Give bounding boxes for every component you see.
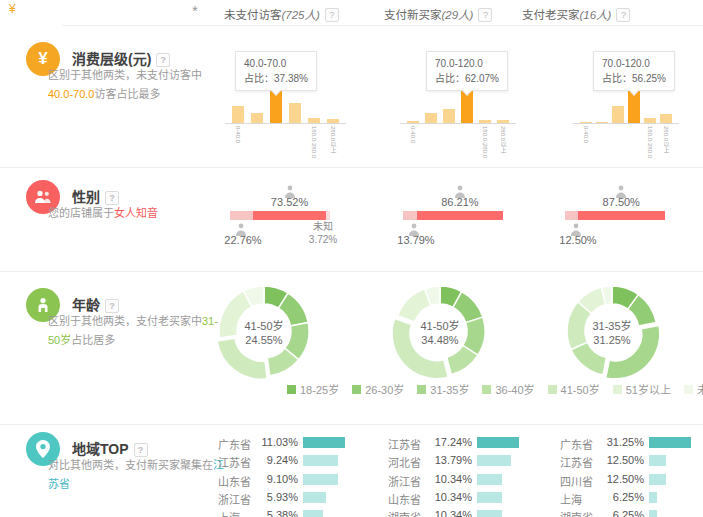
region-pct: 10.34% <box>420 491 472 503</box>
gender-bar-female[interactable] <box>253 211 327 220</box>
axis-tick-label: 180.0-280.0 <box>647 126 653 158</box>
donut-center-age-range: 41-50岁 <box>244 317 283 333</box>
axis-tick-label: 280.0以上 <box>330 126 336 153</box>
region-pct: 31.25% <box>592 436 644 448</box>
legend-label: 36-40岁 <box>495 381 534 397</box>
tooltip-share: 占比：37.38% <box>244 71 308 86</box>
legend-label: 31-35岁 <box>430 381 469 397</box>
help-icon[interactable]: ? <box>478 8 492 22</box>
legend-item[interactable]: 36-40岁 <box>482 381 534 397</box>
region-name: 上海 <box>560 491 582 507</box>
gender-bar-unknown[interactable] <box>326 211 330 220</box>
legend-item[interactable]: 31-35岁 <box>417 381 469 397</box>
bar-segment[interactable] <box>407 121 419 123</box>
legend-item[interactable]: 未获取 <box>684 381 703 397</box>
section-title-gender: 性别? <box>72 186 119 206</box>
gender-male-pct: 13.79% <box>397 234 434 246</box>
region-pct: 11.03% <box>246 436 298 448</box>
tab-new-paying-buyers[interactable]: 支付新买家(29人)? <box>384 6 492 22</box>
desc-text: 占比居多 <box>71 334 115 346</box>
bar-segment[interactable] <box>660 114 672 123</box>
legend-label: 18-25岁 <box>300 381 339 397</box>
legend-item[interactable]: 41-50岁 <box>548 381 600 397</box>
tab-unpaid-visitors[interactable]: 未支付访客(725人)? <box>224 6 339 22</box>
help-icon[interactable]: ? <box>134 443 148 457</box>
chart-tooltip: 70.0-120.0占比：62.07% <box>426 51 508 91</box>
gender-bar-male[interactable] <box>230 211 253 220</box>
header-divider <box>62 25 703 26</box>
gender-unknown-label: 未知3.72% <box>309 220 337 246</box>
region-pct: 6.25% <box>592 509 644 517</box>
section-title-region: 地域TOP? <box>72 438 148 458</box>
region-pct: 5.93% <box>246 491 298 503</box>
region-bar <box>649 510 657 517</box>
legend-swatch <box>482 385 491 394</box>
axis-tick-label: 280.0以上 <box>500 126 506 153</box>
bar-segment[interactable] <box>308 118 320 123</box>
tab-count: (16人) <box>580 9 612 21</box>
region-bar <box>649 455 666 466</box>
gender-bar-female[interactable] <box>417 211 503 220</box>
region-bar <box>303 455 338 466</box>
help-icon[interactable]: ? <box>616 8 630 22</box>
gender-bar-male[interactable] <box>565 211 578 220</box>
region-name: 河北省 <box>388 454 421 470</box>
gender-male-pct: 12.50% <box>559 234 596 246</box>
bar-segment[interactable] <box>497 120 509 123</box>
bar-segment[interactable] <box>580 122 592 123</box>
desc-text: 您的店铺属于 <box>48 207 114 219</box>
gender-bar-female[interactable] <box>578 211 666 220</box>
region-pct: 13.79% <box>420 454 472 466</box>
gender-male-pct: 22.76% <box>224 234 261 246</box>
region-name: 江苏省 <box>560 454 593 470</box>
help-icon[interactable]: ? <box>105 191 119 205</box>
region-name: 江苏省 <box>388 436 421 452</box>
legend-item[interactable]: 18-25岁 <box>287 381 339 397</box>
legend-swatch <box>287 385 296 394</box>
section-title-age: 年龄? <box>72 294 119 314</box>
bar-chart-axis <box>573 123 679 124</box>
legend-swatch <box>417 385 426 394</box>
bar-segment[interactable] <box>232 106 244 123</box>
section-title-text: 地域TOP <box>72 441 129 457</box>
region-pct: 9.24% <box>246 454 298 466</box>
region-bar <box>649 474 666 485</box>
bar-chart-axis <box>400 123 516 124</box>
legend-label: 41-50岁 <box>561 381 600 397</box>
section-divider <box>0 424 703 425</box>
tab-returning-paying-buyers[interactable]: 支付老买家(16人)? <box>522 6 630 22</box>
bar-segment[interactable] <box>644 118 656 123</box>
legend-item[interactable]: 51岁以上 <box>613 381 671 397</box>
region-pct: 12.50% <box>592 473 644 485</box>
legend-item[interactable]: 26-30岁 <box>352 381 404 397</box>
bar-segment[interactable] <box>443 109 455 123</box>
bar-segment[interactable] <box>479 120 491 123</box>
bar-segment[interactable] <box>612 106 624 123</box>
tooltip-range: 40.0-70.0 <box>244 56 308 71</box>
bar-segment[interactable] <box>289 103 301 123</box>
help-icon[interactable]: ? <box>325 8 339 22</box>
bar-segment[interactable] <box>327 119 339 123</box>
gender-bar-male[interactable] <box>403 211 417 220</box>
help-icon[interactable]: ? <box>156 53 170 67</box>
region-bar <box>477 492 502 503</box>
gender-female-pct: 87.50% <box>603 196 640 208</box>
region-bar <box>649 492 657 503</box>
customer-analysis-page: ¥ * 未支付访客(725人)? 支付新买家(29人)? 支付老买家(16人)?… <box>0 0 703 517</box>
axis-tick-label: 0-40.0 <box>410 126 416 143</box>
axis-tick-label: 280.0以上 <box>663 126 669 153</box>
bar-segment[interactable] <box>425 113 437 123</box>
bar-segment[interactable] <box>251 113 263 123</box>
donut-center-age-range: 31-35岁 <box>592 317 631 333</box>
region-name: 山东省 <box>388 491 421 507</box>
gender-unknown-pct: 3.72% <box>309 233 337 246</box>
section-title-consume: 消费层级(元)? <box>72 48 170 68</box>
help-icon[interactable]: ? <box>105 299 119 313</box>
region-pct: 12.50% <box>592 454 644 466</box>
bar-segment[interactable] <box>596 122 608 123</box>
desc-highlight: 女人知音 <box>114 207 158 219</box>
legend-label: 未获取 <box>697 381 703 397</box>
section-divider <box>0 167 703 168</box>
tab-label: 支付老买家 <box>522 9 580 21</box>
section-divider <box>0 271 703 272</box>
